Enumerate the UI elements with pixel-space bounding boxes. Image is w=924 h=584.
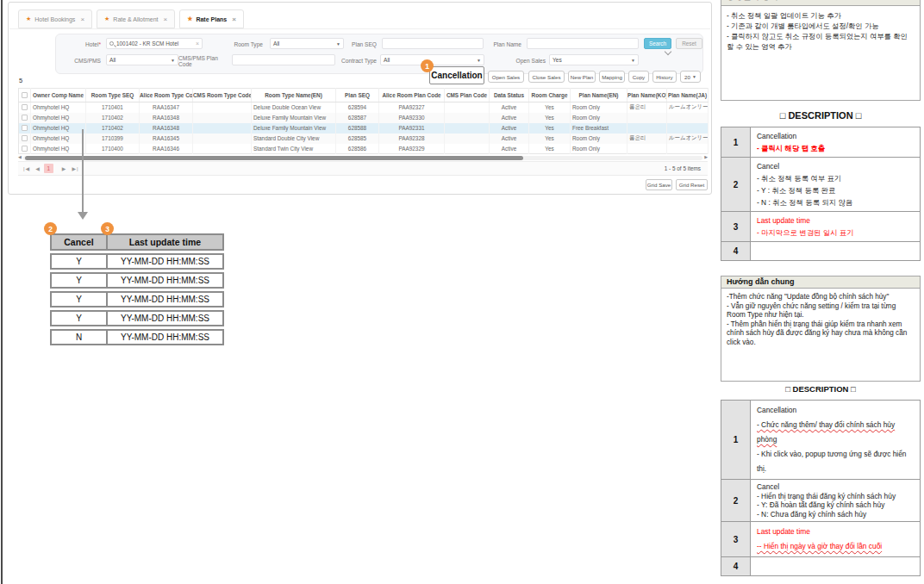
room-type-select[interactable]: All ▼ [270, 38, 344, 49]
column-header[interactable]: CMS Plan Code [445, 89, 490, 103]
grid-reset-button[interactable]: Grid Reset [676, 179, 708, 190]
column-header[interactable]: Alice Room Plan Code [379, 89, 445, 103]
scrollbar-thumb[interactable] [25, 156, 523, 160]
description-number: 2 [721, 158, 751, 212]
clear-icon[interactable]: × [196, 40, 199, 47]
collapse-chevron-icon[interactable] [665, 48, 671, 55]
select-all-checkbox[interactable] [19, 89, 31, 103]
tabbar-divider [9, 28, 710, 29]
hotel-search-input[interactable]: 1001402 - KR SCM Hotel × [106, 38, 203, 49]
column-header[interactable]: Plan SEQ [336, 89, 379, 103]
column-header[interactable]: Room Charge [529, 89, 571, 103]
column-header[interactable]: Data Status [490, 89, 529, 103]
cell: Active [490, 123, 529, 134]
page-size-select[interactable]: 20 ▼ [680, 71, 701, 83]
column-header[interactable]: Alice Room Type Code [140, 89, 193, 103]
column-header[interactable]: CMS Room Type Code [193, 89, 252, 103]
mapping-button[interactable]: Mapping [599, 71, 625, 83]
column-header[interactable]: Room Type SEQ [86, 89, 140, 103]
new-plan-button[interactable]: New Plan [568, 71, 596, 83]
rate-plans-grid: Owner Comp NameRoom Type SEQAlice Room T… [18, 88, 708, 193]
plan-name-field[interactable] [530, 40, 635, 47]
tab-rate-allotment[interactable]: ★ Rate & Allotment × [97, 9, 175, 28]
close-icon[interactable]: × [163, 16, 167, 23]
column-header[interactable]: Plan Name(EN) [571, 89, 627, 103]
hotel-value: 1001402 - KR SCM Hotel [116, 40, 178, 47]
room-type-label: Room Type [228, 39, 263, 50]
cell: Yes [529, 144, 571, 154]
row-checkbox[interactable] [19, 134, 31, 144]
current-page-badge[interactable]: 1 [44, 164, 53, 173]
reset-button[interactable]: Reset [676, 38, 702, 49]
description-number: 1 [721, 401, 751, 480]
column-header[interactable]: Plan Name(JA) [667, 89, 709, 103]
cell [193, 123, 252, 134]
cms-plan-code-field[interactable] [235, 57, 332, 63]
copy-button[interactable]: Copy [628, 71, 649, 83]
row-checkbox[interactable] [19, 123, 31, 134]
mock-row: YYY-MM-DD HH:MM:SS [50, 253, 224, 270]
row-checkbox[interactable] [19, 103, 31, 113]
last-page-icon[interactable]: ▶| [72, 165, 78, 171]
first-page-icon[interactable]: |◀ [23, 165, 30, 171]
tab-rate-plans[interactable]: ★ Rate Plans × [179, 9, 244, 28]
cell: Active [490, 113, 529, 123]
cell: Room Only [571, 103, 627, 113]
cell: Yes [529, 123, 571, 134]
note-line: -Thêm chức năng "Update đồng bộ chính sá… [727, 293, 915, 302]
cms-pms-label: CMS/PMS [58, 55, 101, 66]
cell: Yes [529, 134, 571, 144]
grid-save-button[interactable]: Grid Save [646, 179, 672, 190]
column-header[interactable]: Room Type Name(EN) [252, 89, 336, 103]
table-row[interactable]: Ohmyhotel HQ1710402RAA16348Deluxe Family… [19, 113, 709, 123]
history-button[interactable]: History [652, 71, 677, 83]
description-line: - Khi click vào, popup tương ứng sẽ được… [757, 447, 914, 476]
cell [627, 123, 667, 134]
row-checkbox[interactable] [19, 144, 31, 154]
description-row: 2Cancel- Hiển thị trạng thái đăng ký chí… [721, 480, 921, 522]
row-checkbox[interactable] [19, 113, 31, 123]
cell [445, 113, 490, 123]
scroll-right-icon[interactable]: ▶ [704, 154, 708, 159]
table-row[interactable]: Ohmyhotel HQ1710400RAA16346Standard Twin… [19, 144, 709, 154]
description-line: - Y: Đã hoàn tất đăng ký chính sách hủy [757, 500, 914, 510]
table-row[interactable]: Ohmyhotel HQ1710399RAA16345Standard Doub… [19, 134, 709, 144]
mock-row: YYY-MM-DD HH:MM:SS [50, 291, 224, 308]
cancellation-button[interactable]: Cancellation [429, 66, 484, 84]
cell: Room Only [571, 144, 627, 154]
plan-name-input[interactable] [527, 38, 639, 49]
cell: Deluxe Family Mountain View [252, 113, 336, 123]
common-notes-body: - 취소 정책 일괄 업데이트 기능 추가- 기존과 같이 개별 룸타입에서도 … [721, 6, 920, 56]
open-sales-button[interactable]: Open Sales [488, 71, 524, 83]
plan-seq-field[interactable] [385, 40, 480, 47]
cell [445, 144, 490, 154]
description-row: 1Cancellation- 클릭시 해당 탭 호출 [721, 127, 921, 158]
page-size-value: 20 [684, 74, 690, 80]
cms-pms-select[interactable]: All ▼ [106, 54, 178, 65]
description-line: - Hiển thị trạng thái đăng ký chính sách… [757, 492, 914, 501]
plan-name-label: Plan Name [487, 39, 521, 50]
description-content: Last update time-- Hiển thị ngày và giờ … [751, 522, 921, 557]
column-header[interactable]: Owner Comp Name [31, 89, 86, 103]
prev-page-icon[interactable]: ◀ [35, 165, 41, 171]
result-count: 5 [19, 77, 22, 84]
open-sales-select[interactable]: Yes ▼ [549, 54, 639, 65]
next-page-icon[interactable]: ▶ [62, 165, 67, 171]
table-row[interactable]: Ohmyhotel HQ1710401RAA16347Deluxe Double… [19, 103, 709, 113]
description-number: 4 [721, 557, 751, 576]
table-row[interactable]: Ohmyhotel HQ1710402RAA16348Deluxe Family… [19, 123, 709, 134]
tab-hotel-bookings[interactable]: ★ Hotel Bookings × [18, 9, 92, 28]
close-icon[interactable]: × [80, 16, 84, 23]
dropdown-arrow-icon: ▼ [171, 58, 175, 63]
cell [193, 113, 252, 123]
description-line: - N: Chưa đăng ký chính sách hủy [757, 510, 914, 519]
close-icon[interactable]: × [232, 16, 236, 23]
description-line: - 취소 정책 등록 여부 표기 [757, 172, 914, 184]
plan-seq-input[interactable] [382, 38, 484, 49]
scroll-left-icon[interactable]: ◀ [18, 154, 22, 159]
column-header[interactable]: Plan Name(KO) [627, 89, 667, 103]
cms-plan-code-input[interactable] [232, 54, 335, 65]
cell: RAA16346 [140, 144, 193, 154]
grid-footer: Grid Save Grid Reset [18, 176, 708, 193]
close-sales-button[interactable]: Close Sales [528, 71, 565, 83]
